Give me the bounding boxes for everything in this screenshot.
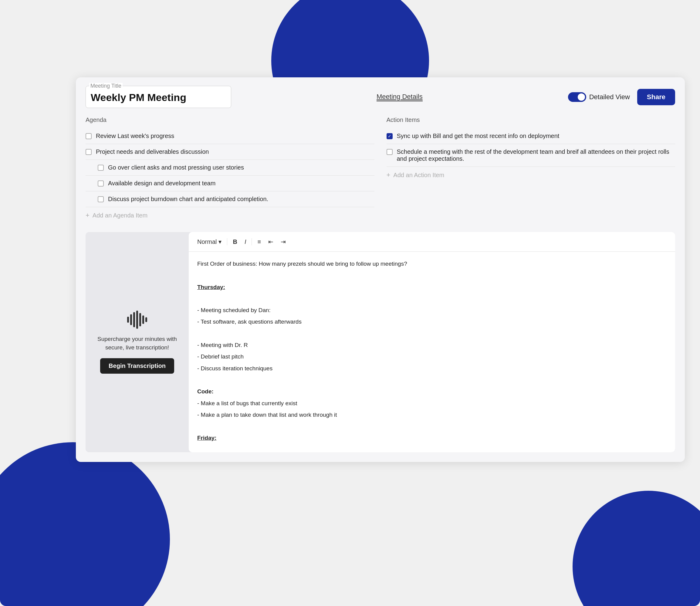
add-action-item[interactable]: + Add an Action Item bbox=[387, 167, 675, 183]
transcription-tagline: Supercharge your minutes with secure, li… bbox=[95, 335, 179, 352]
agenda-checkbox-2[interactable] bbox=[98, 165, 104, 171]
waveform-bar-5 bbox=[139, 313, 141, 326]
waveform-bar-1 bbox=[127, 317, 129, 323]
meeting-details-link[interactable]: Meeting Details bbox=[377, 93, 423, 101]
editor-line-5: - Test software, ask questions afterward… bbox=[197, 317, 667, 327]
add-agenda-label: Add an Agenda Item bbox=[93, 212, 148, 219]
agenda-item: Review Last week's progress bbox=[86, 128, 375, 144]
transcription-panel: Supercharge your minutes with secure, li… bbox=[86, 232, 189, 452]
bottom-section: Supercharge your minutes with secure, li… bbox=[86, 232, 675, 452]
agenda-item-text-4: Discuss project burndown chart and antic… bbox=[108, 195, 268, 203]
decorative-circle-bottom-left bbox=[0, 442, 170, 606]
action-item-1: Schedule a meeting with the rest of the … bbox=[387, 144, 675, 167]
waveform-bar-6 bbox=[142, 316, 144, 324]
toolbar-divider-1 bbox=[227, 238, 227, 246]
add-action-label: Add an Action Item bbox=[393, 172, 444, 179]
toolbar-divider-2 bbox=[251, 238, 252, 246]
style-dropdown[interactable]: Normal ▾ bbox=[194, 236, 225, 247]
meeting-title-label: Meeting Title bbox=[89, 83, 122, 89]
action-item-0: Sync up with Bill and get the most recen… bbox=[387, 128, 675, 144]
action-checkbox-0[interactable] bbox=[387, 133, 393, 139]
add-agenda-item[interactable]: + Add an Agenda Item bbox=[86, 207, 375, 224]
editor-line-9: - Discuss iteration techniques bbox=[197, 364, 667, 373]
editor-panel: Normal ▾ B I ≡ ⇤ ⇥ First Order of busine… bbox=[189, 232, 675, 452]
agenda-section: Agenda Review Last week's progress Proje… bbox=[86, 116, 375, 224]
toggle-knob bbox=[578, 93, 585, 101]
add-action-icon: + bbox=[387, 171, 390, 179]
action-list: Sync up with Bill and get the most recen… bbox=[387, 128, 675, 183]
bold-button[interactable]: B bbox=[230, 237, 240, 247]
editor-toolbar: Normal ▾ B I ≡ ⇤ ⇥ bbox=[189, 232, 675, 252]
agenda-checkbox-0[interactable] bbox=[86, 133, 92, 139]
toggle-group: Detailed View bbox=[568, 92, 630, 102]
agenda-item-text-0: Review Last week's progress bbox=[96, 133, 174, 140]
header-center: Meeting Details bbox=[231, 93, 568, 101]
editor-content[interactable]: First Order of business: How many prezel… bbox=[189, 252, 675, 452]
editor-line-8: - Debrief last pitch bbox=[197, 352, 667, 362]
editor-heading-friday: Friday: bbox=[197, 433, 667, 443]
editor-line-10 bbox=[197, 375, 667, 385]
agenda-item: Project needs and deliverables discussio… bbox=[86, 144, 375, 160]
agenda-list: Review Last week's progress Project need… bbox=[86, 128, 375, 224]
editor-line-12: - Make a plan to take down that list and… bbox=[197, 410, 667, 420]
indent-increase-button[interactable]: ⇥ bbox=[278, 236, 289, 247]
waveform-bar-7 bbox=[145, 317, 147, 322]
meeting-title-group: Meeting Title bbox=[86, 86, 231, 108]
agenda-section-label: Agenda bbox=[86, 116, 375, 123]
editor-line-13 bbox=[197, 422, 667, 431]
editor-line-7: - Meeting with Dr. R bbox=[197, 340, 667, 350]
agenda-checkbox-3[interactable] bbox=[98, 181, 104, 187]
editor-line-1: First Order of business: How many prezel… bbox=[197, 259, 667, 269]
main-card: Meeting Title Meeting Details Detailed V… bbox=[76, 77, 685, 462]
action-items-label: Action Items bbox=[387, 116, 675, 123]
action-item-text-0: Sync up with Bill and get the most recen… bbox=[397, 133, 560, 140]
agenda-sub-item: Available design and development team bbox=[86, 176, 375, 191]
editor-heading-code: Code: bbox=[197, 387, 667, 396]
waveform-bar-3 bbox=[133, 312, 135, 327]
chevron-down-icon: ▾ bbox=[219, 238, 222, 246]
header-row: Meeting Title Meeting Details Detailed V… bbox=[86, 86, 675, 108]
agenda-item-text-3: Available design and development team bbox=[108, 180, 216, 187]
agenda-sub-item: Go over client asks and most pressing us… bbox=[86, 160, 375, 176]
editor-heading-thursday: Thursday: bbox=[197, 282, 667, 292]
waveform-icon bbox=[127, 310, 147, 329]
two-column-layout: Agenda Review Last week's progress Proje… bbox=[86, 116, 675, 224]
italic-button[interactable]: I bbox=[242, 237, 249, 247]
editor-line-4: - Meeting scheduled by Dan: bbox=[197, 305, 667, 315]
waveform-bar-4 bbox=[136, 310, 138, 329]
waveform-bar-2 bbox=[130, 314, 132, 325]
decorative-circle-bottom-right bbox=[572, 491, 700, 606]
bullet-list-button[interactable]: ≡ bbox=[254, 237, 264, 247]
style-dropdown-label: Normal bbox=[197, 238, 217, 246]
detailed-view-label: Detailed View bbox=[589, 93, 630, 101]
action-item-text-1: Schedule a meeting with the rest of the … bbox=[397, 148, 675, 162]
detailed-view-toggle[interactable] bbox=[568, 92, 586, 102]
add-agenda-icon: + bbox=[86, 211, 90, 219]
share-button[interactable]: Share bbox=[637, 89, 675, 105]
editor-line-11: - Make a list of bugs that currently exi… bbox=[197, 399, 667, 408]
begin-transcription-button[interactable]: Begin Transcription bbox=[100, 358, 174, 374]
editor-line-3 bbox=[197, 294, 667, 304]
editor-line-6 bbox=[197, 329, 667, 339]
agenda-sub-item: Discuss project burndown chart and antic… bbox=[86, 191, 375, 207]
editor-line-2 bbox=[197, 271, 667, 280]
action-items-section: Action Items Sync up with Bill and get t… bbox=[387, 116, 675, 224]
agenda-checkbox-1[interactable] bbox=[86, 149, 92, 155]
agenda-item-text-1: Project needs and deliverables discussio… bbox=[96, 148, 209, 155]
action-checkbox-1[interactable] bbox=[387, 149, 393, 155]
header-right: Detailed View Share bbox=[568, 89, 675, 105]
agenda-item-text-2: Go over client asks and most pressing us… bbox=[108, 164, 244, 171]
indent-decrease-button[interactable]: ⇤ bbox=[265, 236, 276, 247]
agenda-checkbox-4[interactable] bbox=[98, 196, 104, 202]
